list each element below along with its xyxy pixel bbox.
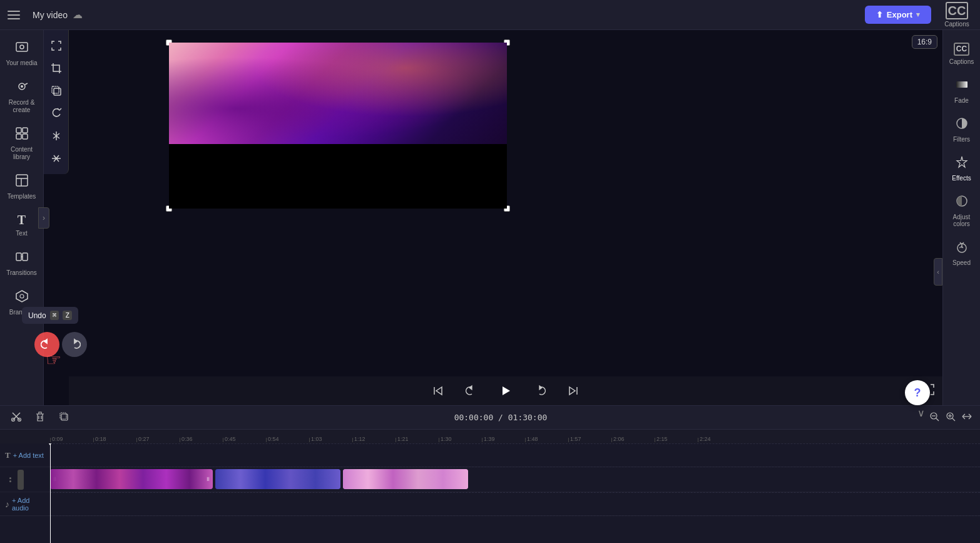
ruler-mark-018: 0:18: [93, 436, 136, 442]
crop-button[interactable]: [46, 58, 67, 79]
project-title[interactable]: My video: [33, 10, 68, 20]
help-button[interactable]: ?: [905, 380, 930, 405]
flip-horizontal-button[interactable]: [46, 125, 67, 147]
svg-line-33: [952, 418, 955, 421]
templates-icon: [15, 173, 29, 190]
right-panel-adjust-colors[interactable]: Adjust colors: [944, 189, 979, 232]
ruler-mark-224: 2:24: [698, 436, 741, 442]
your-media-icon: [15, 40, 29, 57]
delete-button[interactable]: [31, 409, 49, 427]
svg-marker-17: [503, 386, 510, 395]
svg-rect-9: [16, 175, 28, 186]
aspect-ratio-badge[interactable]: 16:9: [912, 35, 937, 49]
transitions-icon: [15, 250, 29, 267]
video-frame: [169, 43, 507, 209]
sidebar-expand-arrow[interactable]: ›: [38, 207, 49, 229]
right-panel-fade[interactable]: Fade: [944, 73, 979, 109]
video-black-area: [169, 144, 507, 209]
timeline-playhead[interactable]: [50, 443, 51, 543]
export-arrow-icon: ⬆: [876, 10, 883, 19]
chevron-down-button[interactable]: ∨: [917, 407, 925, 419]
ruler-mark-121: 1:21: [396, 436, 439, 442]
right-panel-effects[interactable]: Effects: [944, 150, 979, 187]
svg-rect-7: [16, 134, 21, 139]
effects-icon: [955, 155, 969, 172]
video-preview-container[interactable]: [169, 43, 507, 209]
cut-button[interactable]: [8, 409, 25, 427]
cloud-save-icon[interactable]: ☁: [73, 9, 83, 21]
svg-line-4: [25, 83, 28, 85]
right-panel-captions-label: Captions: [949, 58, 974, 65]
sidebar-label-record-create: Record & create: [5, 99, 39, 114]
sidebar-label-text: Text: [16, 230, 27, 237]
record-create-icon: [15, 80, 29, 96]
zoom-out-button[interactable]: [929, 411, 940, 425]
timeline-time-display: 00:00:00 / 01:30:00: [79, 413, 922, 422]
captions-right-icon: CC: [954, 43, 969, 56]
timeline-tracks: T + Add text ⏸ ⏸: [0, 443, 980, 543]
video-clip-2[interactable]: [215, 469, 340, 489]
svg-line-30: [936, 418, 939, 421]
flip-vertical-button[interactable]: [46, 148, 67, 169]
timeline-ruler: 0:09 0:18 0:27 0:36 0:45 0:54 1:03 1:12: [0, 430, 980, 443]
rewind-button[interactable]: [461, 380, 482, 401]
sidebar-item-transitions[interactable]: Transitions: [3, 245, 41, 282]
svg-rect-13: [23, 253, 28, 261]
audio-track-content: [50, 492, 980, 516]
ruler-mark-027: 0:27: [136, 436, 180, 442]
duplicate-button[interactable]: [46, 80, 67, 101]
filters-icon: [955, 116, 969, 133]
ruler-mark-139: 1:39: [482, 436, 525, 442]
add-text-button[interactable]: + Add text: [13, 452, 44, 459]
timeline-expand-button[interactable]: [961, 411, 972, 425]
play-button[interactable]: [495, 380, 516, 401]
sidebar-item-content-library[interactable]: Content library: [3, 122, 41, 166]
text-track-label: T + Add text: [0, 450, 50, 460]
skip-to-end-button[interactable]: [563, 380, 584, 401]
right-panel-captions[interactable]: CC Captions: [944, 38, 979, 70]
ruler-mark-130: 1:30: [439, 436, 482, 442]
ruler-mark-054: 0:54: [266, 436, 309, 442]
right-panel-speed-label: Speed: [952, 259, 971, 266]
right-panel-collapse-button[interactable]: ‹: [934, 258, 942, 286]
audio-track-row: ♪ + Add audio: [0, 492, 980, 516]
fit-screen-button[interactable]: [46, 35, 67, 56]
undo-shortcut-key: Z: [63, 311, 72, 320]
svg-point-1: [20, 45, 24, 49]
video-clip-1[interactable]: ⏸ ⏸: [50, 469, 213, 489]
add-audio-button[interactable]: + Add audio: [12, 497, 45, 512]
export-button[interactable]: ⬆ Export ▾: [865, 6, 931, 24]
text-track-content: [50, 443, 980, 467]
sidebar-label-transitions: Transitions: [6, 269, 37, 277]
skip-to-start-button[interactable]: [427, 380, 449, 401]
text-icon: T: [18, 213, 26, 227]
canvas-toolbar: [44, 30, 69, 174]
timeline-area: 00:00:00 / 01:30:00: [0, 405, 980, 543]
rotate-button[interactable]: [46, 103, 67, 124]
main-area: Your media Record & create: [0, 30, 980, 405]
sidebar-item-record-create[interactable]: Record & create: [3, 75, 41, 119]
fade-icon: [955, 78, 969, 95]
zoom-in-button[interactable]: [945, 411, 956, 425]
video-clip-3[interactable]: [343, 469, 468, 489]
sidebar-item-text[interactable]: T Text: [3, 208, 41, 242]
undo-label: Undo: [28, 311, 46, 320]
menu-button[interactable]: [8, 6, 25, 24]
undo-tooltip: Undo ⌘ Z: [22, 307, 78, 324]
timeline-duplicate-button[interactable]: [55, 409, 73, 427]
ruler-mark-148: 1:48: [525, 436, 568, 442]
right-panel-filters[interactable]: Filters: [944, 111, 979, 148]
ruler-mark-206: 2:06: [611, 436, 655, 442]
ruler-mark-215: 2:15: [655, 436, 698, 442]
captions-panel-button[interactable]: CC Captions: [941, 2, 972, 28]
fast-forward-button[interactable]: [529, 380, 550, 401]
video-image: [169, 43, 507, 144]
undo-shortcut-cmd: ⌘: [50, 311, 59, 320]
audio-track-label: ♪ + Add audio: [0, 497, 50, 512]
sidebar-item-your-media[interactable]: Your media: [3, 35, 41, 72]
right-panel-adjust-colors-label: Adjust colors: [947, 214, 977, 227]
redo-button[interactable]: [62, 332, 87, 357]
sidebar-item-templates[interactable]: Templates: [3, 168, 41, 205]
right-panel-speed[interactable]: Speed: [944, 235, 979, 271]
speed-icon: [955, 240, 969, 257]
